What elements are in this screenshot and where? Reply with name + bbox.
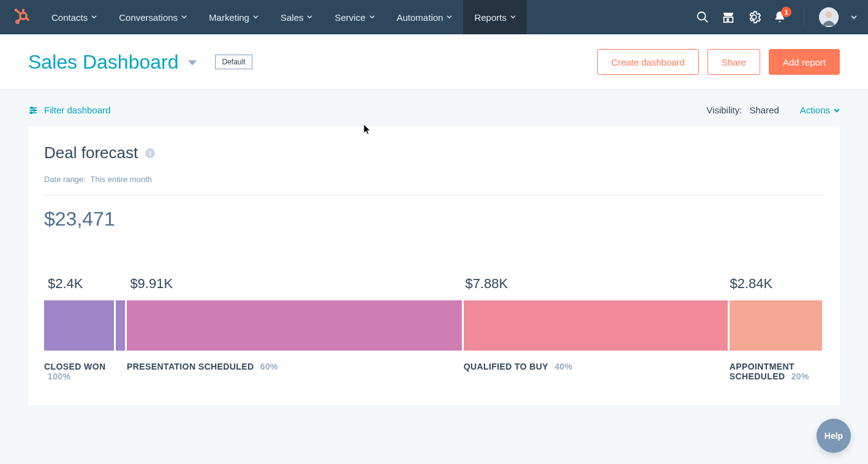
marketplace-icon[interactable] xyxy=(722,10,735,24)
nav-right: 1 xyxy=(696,7,857,27)
nav-item-reports[interactable]: Reports xyxy=(463,0,527,34)
stage-name: APPOINTMENT SCHEDULED xyxy=(730,362,794,381)
svg-point-9 xyxy=(698,12,706,20)
nav-item-label: Sales xyxy=(281,12,304,23)
create-dashboard-button[interactable]: Create dashboard xyxy=(597,49,699,75)
nav-item-label: Automation xyxy=(397,12,443,23)
svg-point-20 xyxy=(34,109,36,111)
funnel-values-row: $2.4K$9.91K$7.88K$2.84K xyxy=(44,276,824,300)
info-icon[interactable]: i xyxy=(145,148,155,158)
funnel-bar-segment[interactable] xyxy=(464,300,728,351)
funnel-stage-label: PRESENTATION SCHEDULED 60% xyxy=(127,362,464,381)
help-button[interactable]: Help xyxy=(817,419,851,453)
date-range: Date range: This entire month xyxy=(44,175,824,196)
chevron-down-icon xyxy=(851,14,857,20)
svg-rect-12 xyxy=(726,18,729,22)
notifications-icon[interactable]: 1 xyxy=(773,10,787,24)
funnel-bar-segment[interactable] xyxy=(127,300,462,351)
actions-dropdown[interactable]: Actions xyxy=(800,105,840,115)
title-caret-icon xyxy=(187,51,198,74)
user-avatar[interactable] xyxy=(819,7,839,27)
dashboard-title-text: Sales Dashboard xyxy=(28,51,178,74)
sprocket-icon xyxy=(12,9,29,26)
funnel-labels-row: CLOSED WON 100%PRESENTATION SCHEDULED 60… xyxy=(44,362,824,381)
nav-item-label: Service xyxy=(334,12,365,23)
funnel-stage-label: APPOINTMENT SCHEDULED 20% xyxy=(730,362,824,381)
stage-pct: 60% xyxy=(260,362,278,371)
settings-icon[interactable] xyxy=(747,10,761,24)
visibility-label: Visibility: xyxy=(706,105,742,115)
svg-point-2 xyxy=(22,9,25,12)
funnel-value: $2.4K xyxy=(48,276,130,292)
filter-dashboard-button[interactable]: Filter dashboard xyxy=(28,105,110,115)
dashboard-title[interactable]: Sales Dashboard xyxy=(28,51,198,74)
nav-item-label: Marketing xyxy=(209,12,249,23)
page-header: Sales Dashboard Default Create dashboard… xyxy=(0,34,868,90)
top-nav: ContactsConversationsMarketingSalesServi… xyxy=(0,0,868,34)
stage-pct: 20% xyxy=(791,371,809,381)
funnel-stage-label: CLOSED WON 100% xyxy=(44,362,127,381)
stage-name: QUALIFIED TO BUY xyxy=(464,362,548,371)
funnel-value: $2.84K xyxy=(730,276,824,292)
header-actions: Create dashboard Share Add report xyxy=(597,49,840,75)
chevron-down-icon xyxy=(447,14,452,21)
svg-line-10 xyxy=(704,19,708,22)
nav-item-conversations[interactable]: Conversations xyxy=(108,0,198,34)
chevron-down-icon xyxy=(91,14,97,21)
share-button[interactable]: Share xyxy=(708,49,760,75)
nav-item-label: Conversations xyxy=(119,12,178,23)
nav-item-service[interactable]: Service xyxy=(323,0,385,34)
visibility-value: Shared xyxy=(749,105,779,115)
nav-item-contacts[interactable]: Contacts xyxy=(40,0,108,34)
forecast-total: $23,471 xyxy=(44,208,824,230)
deal-forecast-card: Deal forecast i Date range: This entire … xyxy=(28,126,840,406)
account-caret-icon[interactable] xyxy=(851,12,857,23)
svg-line-5 xyxy=(17,10,20,13)
nav-item-label: Reports xyxy=(474,12,507,23)
stage-name: PRESENTATION SCHEDULED xyxy=(127,362,254,371)
date-range-label: Date range: xyxy=(44,175,86,184)
funnel-bars-row xyxy=(44,300,824,351)
funnel-stage-label: QUALIFIED TO BUY 40% xyxy=(464,362,730,381)
funnel-bar-segment[interactable] xyxy=(730,300,822,351)
stage-name: CLOSED WON xyxy=(44,362,105,371)
nav-item-automation[interactable]: Automation xyxy=(386,0,464,34)
funnel-value: $7.88K xyxy=(465,276,730,292)
funnel-chart: $2.4K$9.91K$7.88K$2.84K CLOSED WON 100%P… xyxy=(44,276,824,381)
svg-point-19 xyxy=(31,107,33,108)
nav-items: ContactsConversationsMarketingSalesServi… xyxy=(40,0,527,34)
chevron-down-icon xyxy=(834,107,840,113)
nav-divider xyxy=(804,8,804,26)
card-title-text: Deal forecast xyxy=(44,143,138,162)
actions-label: Actions xyxy=(800,105,830,115)
chevron-down-icon xyxy=(369,14,375,21)
stage-pct: 40% xyxy=(554,362,572,371)
default-badge: Default xyxy=(215,55,252,69)
stage-pct: 100% xyxy=(48,371,70,381)
funnel-bar-segment[interactable] xyxy=(44,300,125,351)
chevron-down-icon xyxy=(510,14,516,21)
nav-item-label: Contacts xyxy=(51,12,88,23)
subbar: Filter dashboard Visibility: Shared Acti… xyxy=(0,90,868,126)
chevron-down-icon xyxy=(253,14,259,21)
chevron-down-icon xyxy=(181,14,187,21)
funnel-value: $9.91K xyxy=(130,276,465,292)
add-report-button[interactable]: Add report xyxy=(769,49,840,75)
svg-point-21 xyxy=(31,112,32,113)
svg-point-6 xyxy=(15,9,18,12)
date-range-value: This entire month xyxy=(91,175,152,184)
filter-dashboard-label: Filter dashboard xyxy=(44,105,110,115)
chevron-down-icon xyxy=(307,14,312,21)
hubspot-logo[interactable] xyxy=(12,9,29,26)
filter-icon xyxy=(28,105,38,115)
svg-point-15 xyxy=(826,12,832,18)
svg-point-4 xyxy=(27,18,29,21)
nav-item-sales[interactable]: Sales xyxy=(270,0,324,34)
notification-badge: 1 xyxy=(781,7,791,17)
subbar-right: Visibility: Shared Actions xyxy=(706,105,840,115)
nav-item-marketing[interactable]: Marketing xyxy=(198,0,270,34)
search-icon[interactable] xyxy=(696,10,709,24)
card-title: Deal forecast i xyxy=(44,143,824,162)
